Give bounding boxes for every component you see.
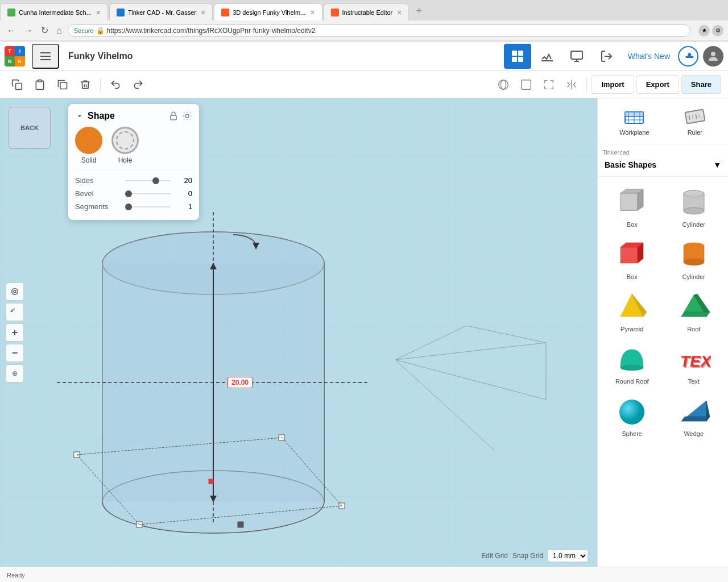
panel-collapse-icon[interactable] [75,111,84,120]
shape-item-box-wireframe[interactable]: Box [602,181,662,231]
mirror-button[interactable] [561,74,582,95]
viewport[interactable]: BACK + − ⊕ [0,98,597,567]
zoom-out-button[interactable]: − [6,344,24,362]
perspective-button[interactable] [493,74,514,95]
toolbar: Import Export Share [0,71,728,98]
bevel-slider[interactable] [125,193,171,194]
segments-property: Segments 1 [75,200,192,213]
shape-panel: Shape Solid [68,104,199,220]
shape-item-text[interactable]: TEXT TEXT Text [664,338,724,388]
tab-3-close[interactable]: × [310,8,315,17]
light-panel-icon[interactable] [182,111,192,121]
design-button[interactable] [533,44,561,69]
mirror-icon [565,78,578,91]
svg-rect-6 [518,57,523,62]
svg-marker-70 [621,247,638,263]
undo-icon [110,79,121,90]
tab-3[interactable]: 3D design Funky Vihelm... × [214,3,322,20]
whats-new-button[interactable]: What's New [622,48,676,64]
tab-4[interactable]: Instructable Editor × [324,3,410,20]
paste-button[interactable] [30,74,50,95]
shape-item-cylinder-solid[interactable]: Cylinder [664,234,724,284]
segments-slider[interactable] [125,206,171,207]
shape-item-wedge[interactable]: Wedge [664,390,724,440]
tab-1[interactable]: Cunha Intermediate Sch... × [0,3,108,20]
hamburger-button[interactable] [32,44,59,69]
hole-option[interactable]: Hole [111,127,139,164]
url-bar[interactable]: Secure 🔒 https://www.tinkercad.com/thing… [68,24,690,37]
rotate-button[interactable] [6,303,24,321]
logo-i: I [15,46,25,56]
shape-item-roof[interactable]: Roof [664,286,724,336]
delete-button[interactable] [75,74,96,95]
shape-item-sphere[interactable]: Sphere [602,390,662,440]
ruler-tool[interactable]: Ruler [680,103,710,139]
tab-1-close[interactable]: × [96,8,101,17]
undo-button[interactable] [105,74,126,95]
copy-button[interactable] [7,74,27,95]
top-view-button[interactable] [516,74,536,95]
shape-item-cylinder-wireframe[interactable]: Cylinder [664,181,724,231]
shape-divider-1 [75,169,192,169]
forward-button[interactable]: → [22,24,35,37]
tab-2-close[interactable]: × [201,8,205,17]
sides-value: 20 [175,176,192,185]
refresh-button[interactable]: ↻ [39,24,51,37]
round-roof-label: Round Roof [615,378,649,385]
perspective-icon [497,78,510,91]
box-wireframe-label: Box [627,221,638,228]
shape-item-round-roof[interactable]: Round Roof [602,338,662,388]
url-text: https://www.tinkercad.com/things/lRcXOUg… [107,27,316,35]
edit-grid-label[interactable]: Edit Grid [481,552,508,560]
shape-item-box-solid[interactable]: Box [602,234,662,284]
orbit-button[interactable] [6,282,24,301]
tab-1-title: Cunha Intermediate Sch... [19,9,92,16]
lessons-button[interactable] [563,44,590,69]
cylinder-solid-icon [677,237,711,271]
grid-view-button[interactable] [504,44,531,69]
duplicate-button[interactable] [52,74,73,95]
solid-option[interactable]: Solid [75,127,102,164]
shapes-category-select[interactable]: Basic Shapes ▼ [602,158,723,172]
snap-select[interactable]: 1.0 mm 0.5 mm 0.1 mm [548,550,588,562]
toolbar-separator-1 [100,78,101,92]
home-button[interactable]: ⌂ [54,24,64,37]
tab-2[interactable]: Tinker CAD - Mr. Gasser × [109,3,213,20]
shapes-category-label: Basic Shapes [605,160,656,169]
snap-grid-label: Snap Grid [512,552,543,560]
share-button[interactable]: Share [681,75,721,94]
zoom-in-button[interactable]: + [6,323,24,342]
segments-slider-handle[interactable] [125,203,132,210]
sides-slider[interactable] [125,180,171,181]
tinkercad-logo[interactable]: T I N K [5,46,25,66]
ext-icon-1[interactable]: ★ [698,25,710,36]
hole-label: Hole [118,156,133,164]
secure-label: Secure [74,27,94,34]
bevel-slider-handle[interactable] [125,190,132,197]
fit-view-button[interactable]: ⊕ [6,364,24,383]
add-user-button[interactable] [678,46,698,66]
tab-4-close[interactable]: × [397,8,402,17]
text-3d-label: Text [688,378,700,385]
user-avatar[interactable] [703,46,723,66]
roof-label: Roof [687,326,700,332]
export-button[interactable]: Export [636,75,679,94]
lock-panel-icon[interactable] [168,111,179,121]
import-button[interactable]: Import [592,75,634,94]
redo-button[interactable] [128,74,148,95]
sides-slider-handle[interactable] [152,177,159,184]
shape-item-pyramid[interactable]: Pyramid [602,286,662,336]
svg-point-42 [12,289,18,295]
back-button[interactable]: ← [5,24,18,37]
workplane-tool[interactable]: Workplane [616,103,652,139]
sphere-icon [615,394,649,428]
svg-rect-53 [685,109,705,123]
view-cube[interactable]: BACK [9,107,51,149]
shape-panel-header: Shape [75,111,192,121]
blocks-button[interactable] [593,44,620,69]
ext-icon-2[interactable]: ⚙ [712,25,723,36]
round-roof-icon [615,342,649,376]
text-3d-icon: TEXT TEXT [677,342,711,376]
fit-button[interactable] [539,74,559,95]
new-tab-button[interactable]: + [410,2,428,20]
